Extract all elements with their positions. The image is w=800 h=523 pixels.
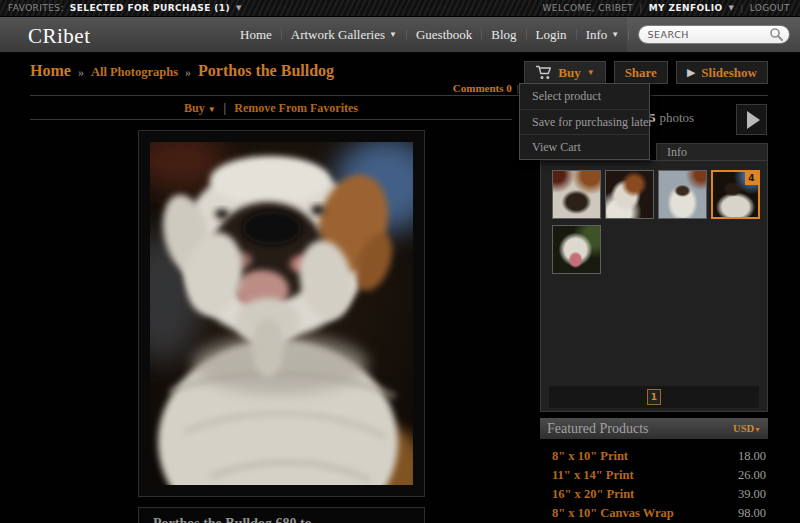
arrow-right-icon bbox=[747, 111, 760, 129]
remove-from-favorites-link[interactable]: Remove From Favorites bbox=[234, 101, 358, 115]
currency-selector[interactable]: USD▼ bbox=[733, 423, 761, 434]
search-input[interactable] bbox=[648, 29, 769, 40]
pagination-strip: 1 bbox=[549, 386, 759, 408]
photo-count-label: photos bbox=[660, 110, 695, 125]
play-icon: ▶ bbox=[687, 66, 695, 79]
product-link[interactable]: 8" x 10" Print bbox=[552, 449, 628, 464]
product-link[interactable]: 11" x 14" Print bbox=[552, 468, 634, 483]
bulldog-photo bbox=[150, 142, 413, 485]
divider: | bbox=[639, 3, 642, 13]
photo-caption-text: Porthos the Bulldog 680 to bbox=[153, 516, 312, 523]
thumbnail-5[interactable] bbox=[552, 225, 601, 274]
main-photo[interactable] bbox=[138, 130, 425, 497]
search-zone bbox=[627, 17, 800, 52]
cart-icon bbox=[535, 65, 552, 80]
page: FAVORITES: SELECTED FOR PURCHASE (1) ▼ W… bbox=[0, 0, 800, 523]
product-row: 8" x 10" Canvas Wrap 98.00 bbox=[540, 504, 768, 523]
product-row: 8" x 10" Print 18.00 bbox=[540, 447, 768, 466]
nav-blog[interactable]: Blog bbox=[491, 27, 516, 43]
product-link[interactable]: 8" x 10" Canvas Wrap bbox=[552, 506, 674, 521]
page-1-button[interactable]: 1 bbox=[647, 389, 661, 405]
buy-button[interactable]: Buy ▼ bbox=[524, 61, 605, 84]
buy-link[interactable]: Buy▼ bbox=[184, 101, 216, 115]
product-price: 98.00 bbox=[738, 506, 766, 521]
comments-count: 0 bbox=[506, 82, 512, 94]
divider bbox=[576, 29, 577, 40]
featured-products-header: Featured Products USD▼ bbox=[540, 418, 768, 439]
logout-link[interactable]: LOGOUT bbox=[750, 3, 790, 13]
divider bbox=[526, 29, 527, 40]
welcome-text: WELCOME, CRIBET bbox=[543, 3, 634, 13]
chevron-down-icon: ▼ bbox=[754, 426, 761, 434]
thumbnail-panel: 4 1 bbox=[540, 160, 768, 412]
chevron-down-icon: ▼ bbox=[208, 105, 216, 114]
nav-home[interactable]: Home bbox=[240, 27, 272, 43]
site-logo[interactable]: CRibet bbox=[28, 24, 91, 49]
breadcrumb-all-photographs[interactable]: All Photographs bbox=[91, 65, 178, 80]
slideshow-button[interactable]: ▶ Slideshow bbox=[676, 61, 768, 84]
featured-products-title: Featured Products bbox=[547, 421, 648, 437]
breadcrumb-separator: » bbox=[185, 65, 191, 80]
my-zenfolio-link[interactable]: MY ZENFOLIO bbox=[649, 3, 723, 13]
divider bbox=[406, 29, 407, 40]
chevron-down-icon[interactable]: ▼ bbox=[728, 4, 734, 12]
next-photo-button[interactable] bbox=[736, 104, 767, 135]
divider bbox=[30, 119, 512, 120]
comments-link[interactable]: Comments 0 bbox=[453, 82, 512, 94]
tab-info[interactable]: Info bbox=[656, 143, 768, 161]
buy-button-label: Buy bbox=[558, 65, 580, 81]
page-title: Porthos the Bulldog bbox=[198, 62, 334, 80]
divider bbox=[281, 29, 282, 40]
divider bbox=[30, 95, 768, 96]
comments-row: Comments 0| bbox=[30, 82, 519, 94]
chevron-down-icon: ▼ bbox=[389, 30, 397, 39]
thumbnail-4-selected[interactable]: 4 bbox=[711, 170, 760, 219]
thumbnail-2[interactable] bbox=[605, 170, 654, 219]
share-button-label: Share bbox=[625, 65, 657, 81]
favorites-label: FAVORITES: bbox=[8, 3, 64, 13]
divider bbox=[481, 29, 482, 40]
breadcrumb: Home » All Photographs » Porthos the Bul… bbox=[30, 62, 334, 80]
menu-item-save-for-later[interactable]: Save for purchasing later bbox=[520, 109, 649, 134]
selected-for-purchase-link[interactable]: SELECTED FOR PURCHASE (1) bbox=[70, 3, 230, 13]
photo-count: 5photos bbox=[649, 110, 694, 126]
nav-info[interactable]: Info▼ bbox=[586, 27, 620, 43]
product-price: 39.00 bbox=[738, 487, 766, 502]
favorite-actions: Buy▼|Remove From Favorites bbox=[30, 101, 512, 116]
buy-dropdown-menu: Select product Save for purchasing later… bbox=[519, 83, 650, 160]
breadcrumb-separator: » bbox=[78, 65, 84, 80]
product-price: 26.00 bbox=[738, 468, 766, 483]
product-row: 16" x 20" Print 39.00 bbox=[540, 485, 768, 504]
site-header: CRibet Home Artwork Galleries▼ Guestbook… bbox=[0, 17, 800, 54]
breadcrumb-home[interactable]: Home bbox=[30, 62, 71, 80]
selected-thumb-badge: 4 bbox=[745, 172, 758, 185]
divider: | bbox=[740, 3, 743, 13]
photo-caption: Porthos the Bulldog 680 to bbox=[138, 507, 425, 523]
nav-guestbook[interactable]: Guestbook bbox=[416, 27, 472, 43]
chevron-down-icon[interactable]: ▼ bbox=[236, 4, 242, 12]
menu-item-select-product[interactable]: Select product bbox=[520, 84, 649, 109]
search-icon[interactable] bbox=[769, 27, 784, 42]
product-price: 18.00 bbox=[738, 449, 766, 464]
product-link[interactable]: 16" x 20" Print bbox=[552, 487, 634, 502]
share-button[interactable]: Share bbox=[614, 61, 668, 84]
chevron-down-icon: ▼ bbox=[611, 30, 619, 39]
product-row: 11" x 14" Print 26.00 bbox=[540, 466, 768, 485]
search-box[interactable] bbox=[638, 25, 790, 44]
thumbnail-3[interactable] bbox=[658, 170, 707, 219]
photo-toolbar: Buy ▼ Share ▶ Slideshow bbox=[524, 61, 768, 84]
slideshow-button-label: Slideshow bbox=[701, 65, 757, 81]
nav-artwork-galleries[interactable]: Artwork Galleries▼ bbox=[291, 27, 397, 43]
thumbnail-1[interactable] bbox=[552, 170, 601, 219]
nav-login[interactable]: Login bbox=[536, 27, 567, 43]
chevron-down-icon: ▼ bbox=[587, 68, 595, 77]
favorites-bar: FAVORITES: SELECTED FOR PURCHASE (1) ▼ W… bbox=[0, 0, 800, 17]
divider: | bbox=[224, 101, 227, 115]
menu-item-view-cart[interactable]: View Cart bbox=[520, 134, 649, 159]
